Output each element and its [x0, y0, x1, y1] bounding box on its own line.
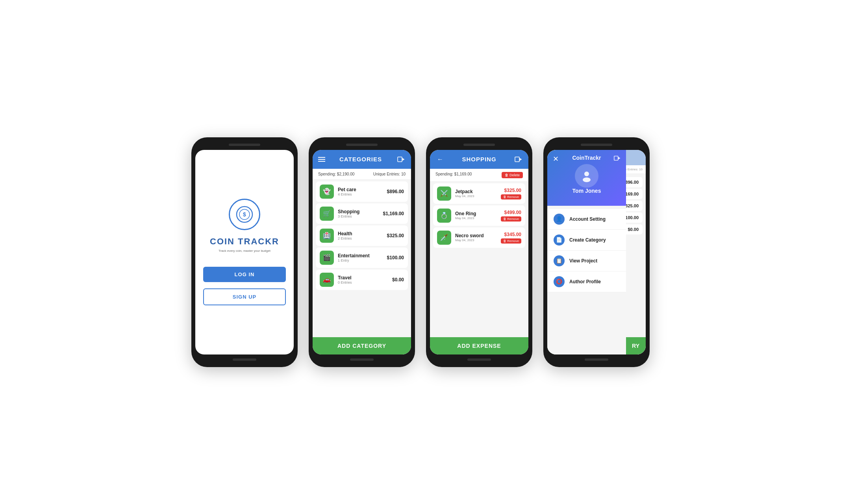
menu-overlay: ✕ CoinTrackr	[547, 150, 626, 354]
menu-item[interactable]: 👤 Account Setting	[547, 209, 626, 230]
svg-text:$: $	[243, 211, 246, 218]
expense-right: $325.00 🗑 Remove	[501, 188, 521, 199]
back-icon[interactable]: ←	[435, 155, 445, 164]
category-name: Shopping	[338, 209, 379, 214]
svg-point-9	[584, 172, 589, 176]
remove-button[interactable]: 🗑 Remove	[501, 194, 521, 199]
category-entries: 0 Entries	[338, 281, 388, 284]
menu-item-icon: ⭕	[554, 276, 565, 287]
category-info: Entertainment 1 Entry	[338, 253, 383, 262]
category-item[interactable]: 🛒 Shopping 3 Entries $1,169.00	[316, 203, 408, 224]
add-expense-button[interactable]: ADD EXPENSE	[430, 337, 528, 354]
category-amount: $896.00	[387, 189, 404, 194]
category-amount: $1,169.00	[383, 211, 404, 216]
unique-text: Unique Entries: 10	[373, 172, 406, 176]
add-category-button[interactable]: ADD CATEGORY	[313, 337, 411, 354]
expense-icon: 🗡️	[437, 231, 451, 245]
menu-item-icon: 📄	[554, 234, 565, 246]
categories-screen: CATEGORIES Spending: $2,190.00 Unique En…	[313, 150, 411, 354]
expense-item[interactable]: 🗡️ Necro sword May 04, 2023 $345.00 🗑 Re…	[433, 227, 525, 248]
expense-info: One Ring May 04, 2023	[455, 211, 497, 220]
category-item[interactable]: 🎬 Entertainment 1 Entry $100.00	[316, 247, 408, 268]
menu-icon[interactable]	[318, 157, 325, 162]
menu-close-icon[interactable]: ✕	[553, 155, 559, 163]
svg-rect-3	[398, 157, 402, 162]
expense-amount: $325.00	[504, 188, 521, 193]
expense-right: $499.00 🗑 Remove	[501, 210, 521, 222]
screens-container: $ COIN TRACKR Track every coin, master y…	[191, 137, 650, 367]
expense-name: Jetpack	[455, 189, 497, 194]
categories-header: CATEGORIES	[313, 150, 411, 169]
category-entries: 2 Entries	[338, 236, 383, 240]
category-name: Health	[338, 231, 383, 236]
expense-info: Jetpack May 04, 2023	[455, 189, 497, 198]
expense-date: May 04, 2023	[455, 238, 497, 242]
shopping-spending: Spending: $1,169.00	[435, 172, 472, 178]
phone-categories: CATEGORIES Spending: $2,190.00 Unique En…	[309, 137, 415, 367]
menu-item-label: Author Profile	[569, 279, 601, 284]
category-icon: 🏥	[320, 229, 334, 243]
category-icon: 👻	[320, 185, 334, 199]
expense-date: May 04, 2023	[455, 216, 497, 220]
app-name: COIN TRACKR	[210, 236, 279, 247]
menu-item-label: Account Setting	[569, 216, 606, 222]
login-button[interactable]: LOG IN	[203, 267, 286, 282]
spending-stats: Spending: $2,190.00 Unique Entries: 10	[313, 169, 411, 180]
category-name: Entertainment	[338, 253, 383, 258]
expense-item[interactable]: ⚔️ Jetpack May 04, 2023 $325.00 🗑 Remove	[433, 183, 525, 204]
menu-item[interactable]: 📋 View Project	[547, 251, 626, 271]
svg-rect-7	[614, 156, 618, 160]
expense-date: May 04, 2023	[455, 194, 497, 198]
signup-button[interactable]: SIGN UP	[203, 288, 286, 305]
expense-icon: ⚔️	[437, 186, 451, 201]
exit-icon[interactable]	[396, 155, 406, 164]
category-entries: 1 Entry	[338, 258, 383, 262]
categories-title: CATEGORIES	[325, 156, 396, 162]
svg-rect-5	[515, 157, 519, 162]
expense-info: Necro sword May 04, 2023	[455, 233, 497, 242]
category-entries: 4 Entries	[338, 192, 383, 196]
menu-item-label: Create Category	[569, 237, 606, 243]
user-name: Tom Jones	[572, 188, 601, 194]
category-item[interactable]: 🏥 Health 2 Entries $325.00	[316, 225, 408, 246]
logo-circle: $	[229, 199, 260, 230]
menu-app-title: CoinTrackr	[572, 155, 601, 161]
shopping-exit-icon[interactable]	[513, 155, 523, 164]
user-avatar	[575, 164, 598, 188]
menu-item[interactable]: 📄 Create Category	[547, 230, 626, 251]
category-info: Travel 0 Entries	[338, 275, 388, 284]
menu-item-icon: 📋	[554, 255, 565, 266]
category-item[interactable]: 🚗 Travel 0 Entries $0.00	[316, 270, 408, 290]
category-icon: 🛒	[320, 207, 334, 221]
category-item[interactable]: 👻 Pet care 4 Entries $896.00	[316, 181, 408, 202]
shopping-title: SHOPPING	[445, 156, 513, 162]
category-name: Travel	[338, 275, 388, 281]
category-icon: 🎬	[320, 251, 334, 265]
app-tagline: Track every coin, master your budget	[219, 249, 270, 253]
menu-header: ✕ CoinTrackr	[547, 150, 626, 206]
expense-icon: 💍	[437, 209, 451, 223]
shopping-header: ← SHOPPING	[430, 150, 528, 169]
delete-button[interactable]: 🗑 Delete	[502, 172, 523, 178]
remove-button[interactable]: 🗑 Remove	[501, 238, 521, 244]
expense-amount: $499.00	[504, 210, 521, 215]
expense-item[interactable]: 💍 One Ring May 04, 2023 $499.00 🗑 Remove	[433, 205, 525, 226]
spending-text: Spending: $2,190.00	[318, 172, 354, 176]
svg-point-10	[583, 177, 591, 182]
category-name: Pet care	[338, 187, 383, 192]
expense-name: Necro sword	[455, 233, 497, 238]
menu-item[interactable]: ⭕ Author Profile	[547, 271, 626, 292]
menu-item-icon: 👤	[554, 214, 565, 225]
phone-shopping: ← SHOPPING Spending: $1,169.00 🗑	[426, 137, 532, 367]
menu-exit-icon[interactable]	[613, 155, 621, 163]
category-icon: 🚗	[320, 273, 334, 287]
menu-items-list: 👤 Account Setting 📄 Create Category 📋 Vi…	[547, 206, 626, 354]
login-screen: $ COIN TRACKR Track every coin, master y…	[195, 150, 294, 354]
remove-button[interactable]: 🗑 Remove	[501, 216, 521, 222]
category-info: Shopping 3 Entries	[338, 209, 379, 218]
expense-amount: $345.00	[504, 232, 521, 237]
category-entries: 3 Entries	[338, 214, 379, 218]
expense-list: ⚔️ Jetpack May 04, 2023 $325.00 🗑 Remove…	[430, 182, 528, 337]
expense-name: One Ring	[455, 211, 497, 216]
expense-right: $345.00 🗑 Remove	[501, 232, 521, 244]
